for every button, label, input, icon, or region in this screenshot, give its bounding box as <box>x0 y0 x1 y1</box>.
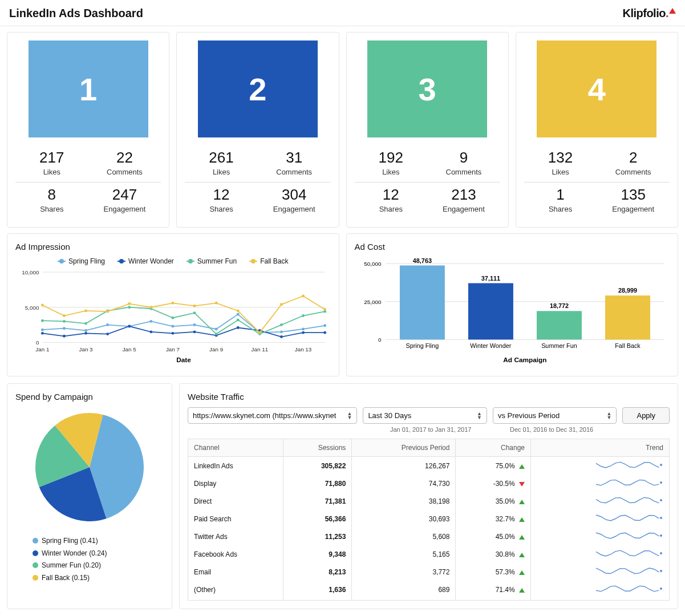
svg-point-9 <box>106 323 109 326</box>
site-select[interactable]: https://www.skynet.com (https://www.skyn… <box>188 407 357 424</box>
col-channel: Channel <box>188 439 283 457</box>
spend-card: Spend by Campaign Spring Fling (0.41)Win… <box>7 383 172 609</box>
table-row: Paid Search56,36630,69332.7% <box>188 510 670 528</box>
pie-legend-item: Summer Fun (0.20) <box>33 560 164 572</box>
rank-tile: 4 <box>537 40 656 137</box>
legend-item: Winter Wonder <box>117 257 174 265</box>
ad-impression-card: Ad Impression Spring FlingWinter WonderS… <box>7 233 339 376</box>
spend-legend: Spring Fling (0.41)Winter Wonder (0.24)S… <box>15 535 164 584</box>
compare-select[interactable]: vs Previous Period▲▼ <box>493 407 617 424</box>
svg-text:Jan 13: Jan 13 <box>295 346 312 352</box>
svg-point-25 <box>149 330 152 333</box>
svg-text:0: 0 <box>378 337 381 343</box>
svg-point-60 <box>302 295 305 298</box>
svg-point-33 <box>323 331 326 334</box>
svg-point-61 <box>323 308 326 311</box>
likes-metric: 217Likes <box>15 149 88 176</box>
svg-point-42 <box>215 333 218 335</box>
svg-text:0: 0 <box>36 339 39 346</box>
svg-point-19 <box>323 324 326 327</box>
table-row: Email8,2133,77257.3% <box>188 563 670 581</box>
svg-point-55 <box>193 305 196 307</box>
likes-metric: 192Likes <box>355 149 428 176</box>
svg-text:50,000: 50,000 <box>364 261 382 267</box>
shares-metric: 1Shares <box>524 186 597 213</box>
svg-point-21 <box>63 335 66 338</box>
likes-metric: 261Likes <box>185 149 258 176</box>
sparkline <box>595 460 663 470</box>
svg-point-95 <box>660 570 662 572</box>
up-icon <box>519 500 525 504</box>
ad-cost-card: Ad Cost 025,00050,00048,763Spring Fling3… <box>346 233 679 376</box>
page-title: LinkedIn Ads Dashboard <box>9 7 143 20</box>
svg-point-56 <box>215 302 218 305</box>
impression-line-chart: 05,00010,000Jan 1Jan 3Jan 5Jan 7Jan 9Jan… <box>15 269 331 366</box>
updown-icon: ▲▼ <box>347 412 352 420</box>
svg-point-31 <box>280 335 283 338</box>
svg-point-96 <box>660 587 662 590</box>
rank-card-1: 1217Likes22Comments8Shares247Engagement <box>7 32 169 228</box>
svg-point-32 <box>302 331 305 334</box>
svg-point-48 <box>41 304 44 307</box>
svg-point-43 <box>237 318 240 321</box>
svg-point-6 <box>41 329 44 331</box>
range-select[interactable]: Last 30 Days▲▼ <box>363 407 487 424</box>
svg-text:Date: Date <box>176 356 191 364</box>
svg-text:Spring Fling: Spring Fling <box>406 342 439 349</box>
sparkline <box>595 495 663 505</box>
sparkline <box>595 530 663 541</box>
svg-text:37,111: 37,111 <box>481 275 500 282</box>
table-row: (Other)1,63668971.4% <box>188 581 670 601</box>
svg-text:Jan 9: Jan 9 <box>209 346 224 352</box>
engagement-metric: 247Engagement <box>88 186 161 213</box>
svg-point-23 <box>106 333 109 335</box>
svg-point-49 <box>63 314 66 317</box>
svg-point-58 <box>258 331 261 334</box>
apply-button[interactable]: Apply <box>622 407 670 424</box>
svg-point-22 <box>84 332 87 335</box>
col-previous-period: Previous Period <box>352 439 456 457</box>
top-tiles-row: 1217Likes22Comments8Shares247Engagement2… <box>0 26 685 233</box>
up-icon <box>519 517 525 522</box>
svg-text:25,000: 25,000 <box>364 299 382 305</box>
svg-text:18,772: 18,772 <box>549 302 568 309</box>
svg-text:Jan 1: Jan 1 <box>35 346 49 352</box>
svg-point-29 <box>237 326 240 329</box>
svg-text:Jan 5: Jan 5 <box>123 346 137 352</box>
comments-metric: 2Comments <box>597 149 670 176</box>
sparkline <box>595 513 663 523</box>
spend-pie-chart <box>15 407 164 527</box>
svg-point-89 <box>660 464 662 466</box>
brand-text: Klipfolio <box>622 7 665 19</box>
shares-metric: 8Shares <box>15 186 88 213</box>
rank-card-3: 3192Likes9Comments12Shares213Engagement <box>346 32 509 228</box>
svg-point-20 <box>41 332 44 335</box>
impression-legend: Spring FlingWinter WonderSummer FunFall … <box>15 257 331 265</box>
svg-rect-79 <box>468 283 513 339</box>
table-row: Facebook Ads9,3485,16530.8% <box>188 545 670 563</box>
sparkline <box>595 548 663 558</box>
shares-metric: 12Shares <box>185 186 258 213</box>
up-icon <box>519 535 525 540</box>
up-icon <box>519 588 525 593</box>
engagement-metric: 304Engagement <box>258 186 331 213</box>
svg-point-17 <box>280 330 283 333</box>
updown-icon: ▲▼ <box>477 412 482 420</box>
svg-rect-85 <box>605 295 650 339</box>
spend-title: Spend by Campaign <box>15 392 164 402</box>
rank-tile: 2 <box>198 40 318 137</box>
svg-point-12 <box>171 325 174 328</box>
svg-text:5,000: 5,000 <box>25 305 39 311</box>
pie-legend-item: Spring Fling (0.41) <box>33 535 164 548</box>
svg-point-38 <box>128 306 131 309</box>
col-sessions: Sessions <box>283 439 352 457</box>
svg-text:Fall Back: Fall Back <box>615 342 641 349</box>
table-row: LinkedIn Ads305,822126,26775.0% <box>188 457 670 475</box>
rank-tile: 1 <box>29 40 148 137</box>
sparkline <box>595 566 663 576</box>
svg-point-93 <box>660 534 662 537</box>
svg-point-57 <box>237 309 240 312</box>
svg-point-90 <box>660 481 662 484</box>
svg-point-14 <box>215 327 218 330</box>
brand-arrow-icon <box>669 8 676 14</box>
